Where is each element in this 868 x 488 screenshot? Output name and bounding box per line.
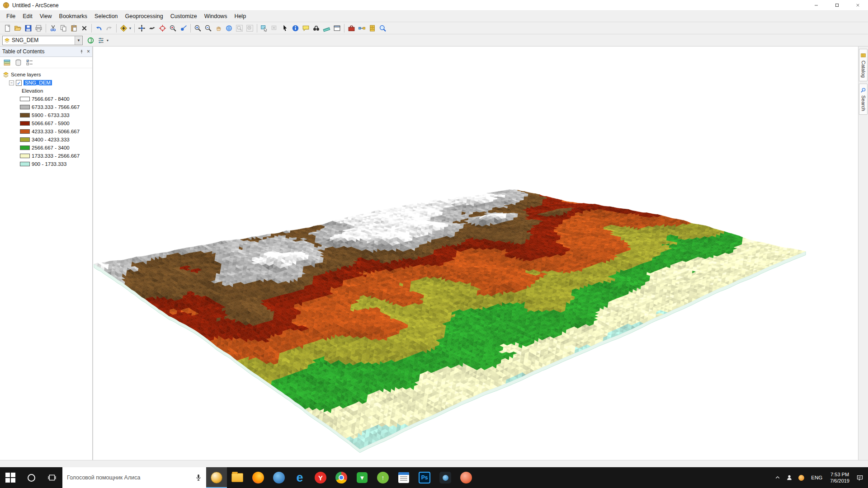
undo-icon[interactable] xyxy=(94,23,104,33)
select-elements-icon[interactable] xyxy=(280,23,290,33)
search-window-icon[interactable] xyxy=(377,23,388,33)
print-icon[interactable] xyxy=(33,23,44,33)
new-document-icon[interactable] xyxy=(2,23,13,33)
menu-bookmarks[interactable]: Bookmarks xyxy=(56,12,91,21)
save-icon[interactable] xyxy=(23,23,33,33)
html-popup-icon[interactable] xyxy=(301,23,311,33)
legend-swatch[interactable] xyxy=(20,162,30,166)
cut-icon[interactable] xyxy=(48,23,58,33)
legend-swatch[interactable] xyxy=(20,145,30,150)
legend-swatch[interactable] xyxy=(20,154,30,158)
effects-3d-icon[interactable] xyxy=(85,35,96,46)
taskbar-app-photoshop[interactable]: Ps xyxy=(414,467,435,488)
taskbar-app-up[interactable]: ↑ xyxy=(373,467,393,488)
legend-swatch[interactable] xyxy=(20,121,30,126)
copy-icon[interactable] xyxy=(58,23,69,33)
action-center-icon[interactable] xyxy=(854,467,866,488)
taskbar-search-box[interactable]: Голосовой помощник Алиса xyxy=(62,467,206,488)
layer-name[interactable]: SNG_DEM xyxy=(24,80,52,85)
delete-icon[interactable] xyxy=(79,23,90,33)
scene-layers-node[interactable]: Scene layers xyxy=(1,70,91,79)
collapse-icon[interactable]: − xyxy=(9,80,14,85)
open-icon[interactable] xyxy=(13,23,23,33)
tray-expand-chevron-icon[interactable] xyxy=(773,467,783,488)
taskbar-app-green[interactable]: ▼ xyxy=(352,467,373,488)
navigate-icon[interactable] xyxy=(137,23,147,33)
menu-help[interactable]: Help xyxy=(231,12,250,21)
set-observer-icon[interactable] xyxy=(178,23,189,33)
legend-swatch[interactable] xyxy=(20,105,30,109)
select-features-icon[interactable] xyxy=(259,23,269,33)
taskbar-app-arcscene[interactable] xyxy=(206,467,227,488)
tray-person-icon[interactable] xyxy=(784,467,795,488)
layer-adjust-icon[interactable] xyxy=(96,35,106,46)
taskbar-app-edge[interactable]: e xyxy=(289,467,310,488)
catalog-window-icon[interactable] xyxy=(367,23,377,33)
fixed-zoom-in-icon[interactable] xyxy=(234,23,245,33)
renderer-node[interactable]: Elevation xyxy=(1,87,91,95)
zoom-out-icon[interactable] xyxy=(203,23,213,33)
legend-swatch[interactable] xyxy=(20,137,30,142)
menu-windows[interactable]: Windows xyxy=(201,12,231,21)
minimize-button[interactable] xyxy=(806,0,826,10)
add-data-icon[interactable] xyxy=(118,23,129,33)
task-view-button[interactable] xyxy=(42,467,62,488)
legend-swatch[interactable] xyxy=(20,113,30,117)
center-on-target-icon[interactable] xyxy=(157,23,168,33)
layer-combo-dropdown-icon[interactable]: ▼ xyxy=(75,36,82,45)
taskbar-app-chrome[interactable] xyxy=(331,467,352,488)
taskbar-app-red[interactable] xyxy=(456,467,476,488)
tab-catalog[interactable]: Catalog xyxy=(859,49,868,81)
zoom-to-target-icon[interactable] xyxy=(168,23,178,33)
zoom-in-icon[interactable] xyxy=(193,23,203,33)
menu-view[interactable]: View xyxy=(36,12,56,21)
fly-icon[interactable] xyxy=(147,23,157,33)
fixed-zoom-out-icon[interactable] xyxy=(245,23,255,33)
list-by-source-icon[interactable] xyxy=(14,58,23,67)
menu-geoprocessing[interactable]: Geoprocessing xyxy=(122,12,167,21)
list-by-drawing-order-icon[interactable] xyxy=(2,58,12,67)
pin-icon[interactable] xyxy=(79,49,84,54)
measure-icon[interactable] xyxy=(321,23,332,33)
language-indicator[interactable]: ENG xyxy=(808,475,826,480)
tray-app-icon[interactable] xyxy=(796,467,807,488)
menu-file[interactable]: File xyxy=(3,12,19,21)
menu-edit[interactable]: Edit xyxy=(19,12,36,21)
layer-node[interactable]: − ✓ SNG_DEM xyxy=(1,79,91,87)
layer-combo[interactable]: SNG_DEM ▼ xyxy=(2,36,83,45)
full-extent-icon[interactable] xyxy=(224,23,234,33)
taskbar-app-calendar[interactable] xyxy=(393,467,414,488)
taskbar-app-blue[interactable] xyxy=(269,467,289,488)
pan-icon[interactable] xyxy=(213,23,224,33)
start-button[interactable] xyxy=(0,467,21,488)
identify-icon[interactable] xyxy=(290,23,301,33)
legend-swatch[interactable] xyxy=(20,97,30,101)
layer-checkbox[interactable]: ✓ xyxy=(16,80,22,86)
taskbar-app-file-explorer[interactable] xyxy=(227,467,248,488)
legend-swatch[interactable] xyxy=(20,129,30,134)
taskbar-app-dark[interactable] xyxy=(435,467,456,488)
add-data-dropdown-icon[interactable]: ▼ xyxy=(128,27,132,30)
microphone-icon[interactable] xyxy=(195,474,202,481)
find-icon[interactable] xyxy=(311,23,321,33)
toc-close-icon[interactable]: × xyxy=(87,48,90,55)
redo-icon[interactable] xyxy=(104,23,114,33)
viewer-window-icon[interactable] xyxy=(332,23,342,33)
tab-search[interactable]: Search xyxy=(859,84,868,115)
menu-selection[interactable]: Selection xyxy=(91,12,121,21)
paste-icon[interactable] xyxy=(69,23,79,33)
taskbar-app-firefox[interactable] xyxy=(248,467,269,488)
taskbar-app-yandex[interactable]: Y xyxy=(310,467,331,488)
cortana-button[interactable] xyxy=(21,467,42,488)
list-by-visibility-icon[interactable] xyxy=(25,58,34,67)
menu-customize[interactable]: Customize xyxy=(167,12,201,21)
scene-layers-icon xyxy=(3,71,9,78)
arctoolbox-icon[interactable] xyxy=(346,23,357,33)
modelbuilder-icon[interactable] xyxy=(357,23,367,33)
maximize-button[interactable] xyxy=(826,0,847,10)
clear-selection-icon[interactable] xyxy=(269,23,280,33)
toolbar-options-icon[interactable]: ▼ xyxy=(105,39,110,42)
close-button[interactable] xyxy=(847,0,868,10)
scene-3d-view[interactable] xyxy=(93,47,858,460)
clock[interactable]: 7:53 PM 7/6/2019 xyxy=(827,471,853,484)
